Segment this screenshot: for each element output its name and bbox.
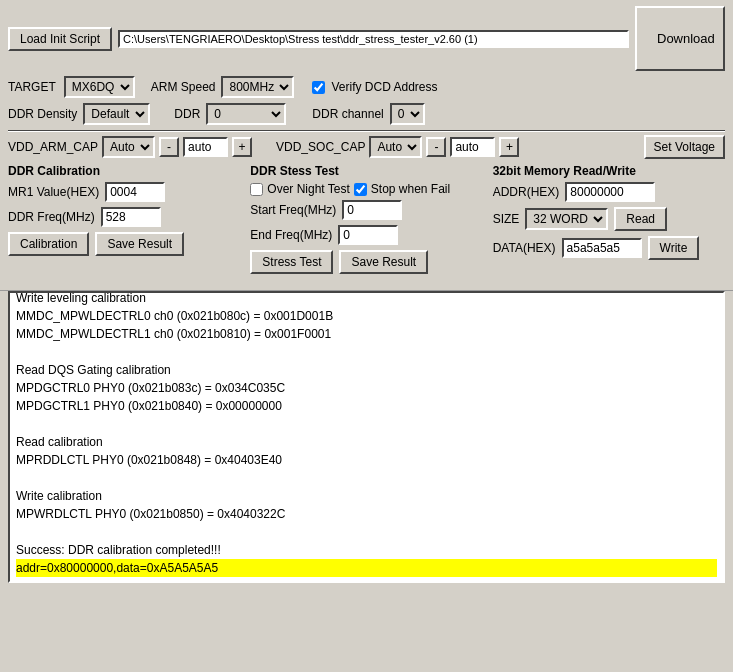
mr1-row: MR1 Value(HEX) (8, 182, 240, 202)
script-path-input[interactable] (118, 30, 629, 48)
size-row: SIZE 32 WORD Read (493, 207, 725, 231)
output-line: MMDC_MPWLDECTRL1 ch0 (0x021b0810) = 0x00… (16, 325, 717, 343)
stress-test-label: DDR Stess Test (250, 164, 482, 178)
ddr-row: DDR Density Default DDR 0 DDR channel 0 (8, 103, 725, 125)
three-col: DDR Calibration MR1 Value(HEX) DDR Freq(… (8, 164, 725, 279)
vdd-arm-plus-button[interactable]: + (232, 137, 252, 157)
overnight-checkbox[interactable] (250, 183, 263, 196)
output-area[interactable]: Write leveling calibrationMMDC_MPWLDECTR… (8, 291, 725, 583)
vdd-soc-value-input[interactable] (450, 137, 495, 157)
start-freq-input[interactable] (342, 200, 402, 220)
mr1-label: MR1 Value(HEX) (8, 185, 99, 199)
calibration-save-result-button[interactable]: Save Result (95, 232, 184, 256)
output-line (16, 523, 717, 541)
stop-fail-label: Stop when Fail (371, 182, 450, 196)
overnight-label: Over Night Test (267, 182, 349, 196)
target-label: TARGET (8, 80, 56, 94)
output-line: MMDC_MPWLDECTRL0 ch0 (0x021b080c) = 0x00… (16, 307, 717, 325)
verify-dcd-checkbox[interactable] (312, 81, 325, 94)
arm-speed-label: ARM Speed (151, 80, 216, 94)
output-line: MPWRDLCTL PHY0 (0x021b0850) = 0x4040322C (16, 505, 717, 523)
target-row: TARGET MX6DQ ARM Speed 800MHz Verify DCD… (8, 76, 725, 98)
addr-row: ADDR(HEX) (493, 182, 725, 202)
output-line (16, 343, 717, 361)
ddr-channel-select[interactable]: 0 (390, 103, 425, 125)
output-line: MPDGCTRL0 PHY0 (0x021b083c) = 0x034C035C (16, 379, 717, 397)
data-row: DATA(HEX) Write (493, 236, 725, 260)
addr-input[interactable] (565, 182, 655, 202)
start-freq-row: Start Freq(MHz) (250, 200, 482, 220)
addr-label: ADDR(HEX) (493, 185, 560, 199)
calibration-button[interactable]: Calibration (8, 232, 89, 256)
download-button[interactable]: Download (635, 6, 725, 71)
stress-save-result-button[interactable]: Save Result (339, 250, 428, 274)
verify-dcd-label: Verify DCD Address (331, 80, 437, 94)
calibration-label: DDR Calibration (8, 164, 240, 178)
load-init-script-button[interactable]: Load Init Script (8, 27, 112, 51)
ddr-select[interactable]: 0 (206, 103, 286, 125)
vdd-arm-cap-label: VDD_ARM_CAP (8, 140, 98, 154)
memory-rw-label: 32bit Memory Read/Write (493, 164, 725, 178)
arm-speed-select[interactable]: 800MHz (221, 76, 294, 98)
ddr-label: DDR (174, 107, 200, 121)
stop-fail-checkbox[interactable] (354, 183, 367, 196)
output-line: Read calibration (16, 433, 717, 451)
write-button[interactable]: Write (648, 236, 700, 260)
vdd-soc-cap-label: VDD_SOC_CAP (276, 140, 365, 154)
output-line: Success: DDR calibration completed!!! (16, 541, 717, 559)
ddr-freq-value-input[interactable] (101, 207, 161, 227)
mr1-value-input[interactable] (105, 182, 165, 202)
divider (8, 130, 725, 132)
overnight-row: Over Night Test Stop when Fail (250, 182, 482, 196)
ddr-density-select[interactable]: Default (83, 103, 150, 125)
vdd-soc-minus-button[interactable]: - (426, 137, 446, 157)
vdd-arm-minus-button[interactable]: - (159, 137, 179, 157)
top-panel: Load Init Script Download TARGET MX6DQ A… (0, 0, 733, 291)
ddr-freq-row: DDR Freq(MHz) (8, 207, 240, 227)
data-label: DATA(HEX) (493, 241, 556, 255)
vdd-row: VDD_ARM_CAP Auto - + VDD_SOC_CAP Auto - … (8, 135, 725, 159)
stress-buttons-row: Stress Test Save Result (250, 250, 482, 274)
output-line: MPDGCTRL1 PHY0 (0x021b0840) = 0x00000000 (16, 397, 717, 415)
memory-rw-section: 32bit Memory Read/Write ADDR(HEX) SIZE 3… (493, 164, 725, 279)
size-label: SIZE (493, 212, 520, 226)
script-row: Load Init Script Download (8, 6, 725, 71)
output-line: MPRDDLCTL PHY0 (0x021b0848) = 0x40403E40 (16, 451, 717, 469)
output-line: Read DQS Gating calibration (16, 361, 717, 379)
calibration-buttons-row: Calibration Save Result (8, 232, 240, 256)
size-select[interactable]: 32 WORD (525, 208, 608, 230)
ddr-freq-label: DDR Freq(MHz) (8, 210, 95, 224)
read-button[interactable]: Read (614, 207, 667, 231)
output-container: Write leveling calibrationMMDC_MPWLDECTR… (0, 291, 733, 591)
end-freq-row: End Freq(MHz) (250, 225, 482, 245)
vdd-arm-value-input[interactable] (183, 137, 228, 157)
stress-test-button[interactable]: Stress Test (250, 250, 333, 274)
ddr-density-label: DDR Density (8, 107, 77, 121)
data-input[interactable] (562, 238, 642, 258)
vdd-soc-plus-button[interactable]: + (499, 137, 519, 157)
end-freq-label: End Freq(MHz) (250, 228, 332, 242)
output-line (16, 415, 717, 433)
output-line (16, 469, 717, 487)
output-line: Write calibration (16, 487, 717, 505)
output-line: addr=0x80000000,data=0xA5A5A5A5 (16, 559, 717, 577)
end-freq-input[interactable] (338, 225, 398, 245)
vdd-arm-auto-select[interactable]: Auto (102, 136, 155, 158)
target-select[interactable]: MX6DQ (64, 76, 135, 98)
vdd-soc-auto-select[interactable]: Auto (369, 136, 422, 158)
calibration-section: DDR Calibration MR1 Value(HEX) DDR Freq(… (8, 164, 240, 279)
start-freq-label: Start Freq(MHz) (250, 203, 336, 217)
set-voltage-button[interactable]: Set Voltage (644, 135, 725, 159)
output-line: Write leveling calibration (16, 291, 717, 307)
stress-test-section: DDR Stess Test Over Night Test Stop when… (250, 164, 482, 279)
ddr-channel-label: DDR channel (312, 107, 383, 121)
